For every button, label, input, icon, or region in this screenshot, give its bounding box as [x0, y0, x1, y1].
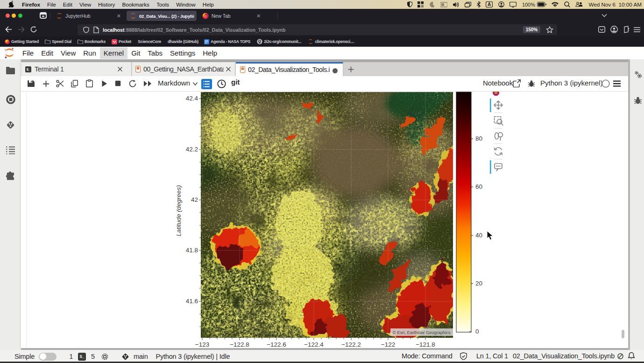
svg-text:41.8: 41.8	[186, 247, 198, 254]
svg-text:42: 42	[191, 196, 198, 203]
svg-text:80: 80	[475, 135, 482, 142]
svg-text:A: A	[488, 2, 491, 7]
svg-text:60: 60	[475, 183, 482, 190]
svg-text:−121.8: −121.8	[416, 341, 435, 348]
svg-text:40: 40	[475, 232, 482, 239]
svg-text:−122.2: −122.2	[341, 341, 361, 348]
svg-text:−122.8: −122.8	[230, 341, 249, 348]
svg-text:−122.4: −122.4	[304, 341, 324, 348]
svg-text:−122: −122	[381, 341, 395, 348]
svg-text:© Esri, Earthstar Geographics: © Esri, Earthstar Geographics	[393, 330, 451, 335]
svg-text:0: 0	[475, 328, 479, 335]
svg-text:Latitude (degrees): Latitude (degrees)	[175, 185, 182, 236]
svg-text:20: 20	[475, 280, 482, 287]
svg-text:−122.6: −122.6	[267, 341, 286, 348]
svg-text:42.2: 42.2	[186, 146, 198, 153]
svg-text:41.6: 41.6	[186, 298, 198, 305]
svg-text:42.4: 42.4	[186, 95, 198, 102]
svg-text:−123: −123	[195, 341, 209, 348]
